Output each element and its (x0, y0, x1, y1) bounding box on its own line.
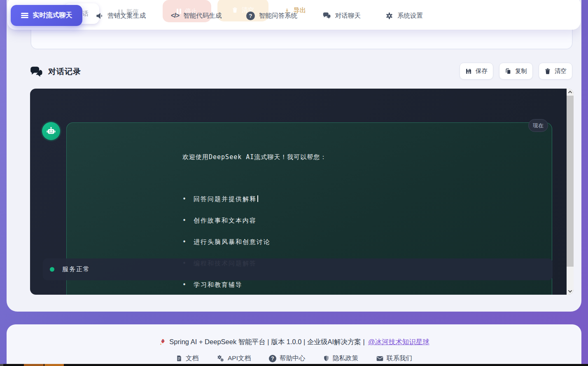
save-label: 保存 (476, 67, 488, 75)
chat-actions: 保存 复制 清空 (460, 63, 572, 80)
mail-icon (376, 356, 383, 361)
save-button[interactable]: 保存 (460, 63, 493, 80)
page: 对话记录 保存 复制 (0, 0, 588, 366)
api-gears-icon (217, 355, 224, 362)
chat-scrollbar[interactable] (567, 89, 574, 295)
footer-links: 文档 API文档 ? 帮助中心 (7, 354, 581, 363)
copy-label: 复制 (515, 67, 527, 75)
robot-icon (46, 126, 56, 136)
trash-icon (544, 68, 551, 75)
top-navbar: 话 新值 停止 清空 导出 实时流式聊天 (7, 0, 581, 30)
list-item: 学习和教育辅导 (182, 280, 539, 289)
chat-bubbles-icon (30, 66, 43, 77)
typing-caret (257, 195, 258, 202)
tab-dialog-chat[interactable]: 对话聊天 (323, 7, 361, 24)
list-item: 进行头脑风暴和创意讨论 (182, 237, 539, 246)
doc-icon (176, 355, 182, 362)
footer-link-docs[interactable]: 文档 (176, 354, 198, 363)
chevron-down-icon (568, 289, 572, 293)
menu-icon (21, 13, 28, 18)
tab-realtime-stream-chat[interactable]: 实时流式聊天 (11, 5, 82, 26)
code-icon: </> (171, 12, 179, 19)
clear-label: 清空 (555, 67, 567, 75)
footer-link-contact[interactable]: 联系我们 (376, 354, 412, 363)
scroll-down-button[interactable] (567, 288, 574, 295)
shield-icon (323, 355, 329, 362)
footer-link-help[interactable]: ? 帮助中心 (269, 354, 305, 363)
chevron-up-icon (568, 91, 572, 95)
help-icon: ? (269, 355, 276, 362)
service-status-bar: 服务正常 (43, 258, 553, 280)
footer-link-privacy[interactable]: 隐私政策 (323, 354, 358, 363)
tab-system-settings[interactable]: 系统设置 (385, 7, 423, 24)
main-content-card: 对话记录 保存 复制 (7, 0, 581, 312)
footer-info-line: Spring AI + DeepSeek 智能平台 | 版本 1.0.0 | 企… (7, 338, 581, 347)
conversation-log-header: 对话记录 (30, 63, 81, 81)
chat-icon (323, 12, 331, 19)
taskbar-edge-strip (0, 364, 588, 366)
copy-button[interactable]: 复制 (499, 63, 533, 80)
megaphone-icon (96, 12, 103, 20)
question-icon: ? (246, 12, 255, 20)
scroll-up-button[interactable] (567, 89, 574, 96)
rocket-icon (159, 338, 166, 346)
message-timestamp: 现在 (528, 119, 548, 132)
welcome-text: 欢迎使用DeepSeek AI流式聊天！我可以帮您： (182, 152, 539, 162)
list-item: 回答问题并提供解释 (182, 195, 539, 204)
footer: Spring AI + DeepSeek 智能平台 | 版本 1.0.0 | 企… (7, 324, 581, 366)
avatar (42, 122, 60, 140)
footer-info-text: Spring AI + DeepSeek 智能平台 | 版本 1.0.0 | 企… (169, 338, 365, 347)
chat-record-container: 欢迎使用DeepSeek AI流式聊天！我可以帮您： 回答问题并提供解释 创作故… (30, 89, 574, 295)
scrollbar-thumb[interactable] (567, 96, 574, 267)
section-title: 对话记录 (48, 66, 81, 77)
tab-qa-system[interactable]: ? 智能问答系统 (246, 7, 297, 24)
status-text: 服务正常 (62, 265, 90, 273)
copy-icon (505, 68, 511, 75)
list-item: 创作故事和文本内容 (182, 216, 539, 225)
active-tab-label: 实时流式聊天 (33, 11, 72, 20)
tab-marketing-copy[interactable]: 营销文案生成 (96, 7, 146, 24)
save-icon (465, 68, 472, 75)
tab-code-generation[interactable]: </> 智能代码生成 (171, 7, 222, 24)
footer-link-api-docs[interactable]: API文档 (217, 354, 251, 363)
footer-community-link[interactable]: @冰河技术知识星球 (368, 338, 429, 347)
status-dot (50, 267, 54, 272)
clear-button[interactable]: 清空 (539, 63, 572, 80)
trash-icon (232, 7, 238, 13)
gear-icon (385, 12, 393, 20)
